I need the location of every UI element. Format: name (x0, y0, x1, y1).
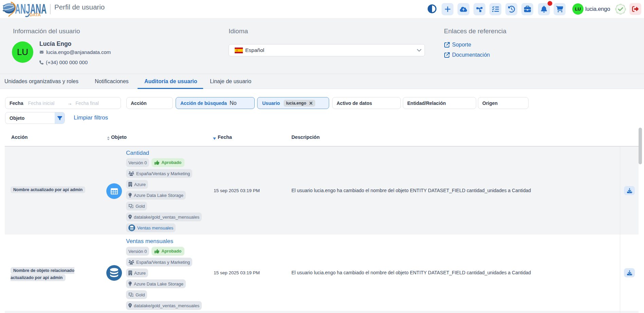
svg-text:DATA: DATA (30, 12, 41, 17)
